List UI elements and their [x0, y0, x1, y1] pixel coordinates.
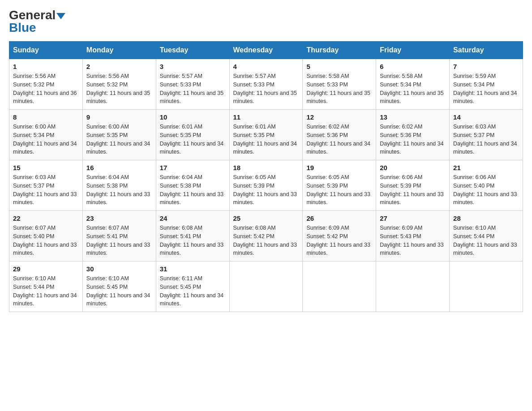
calendar-cell: [229, 261, 303, 312]
day-info: Sunrise: 6:06 AMSunset: 5:39 PMDaylight:…: [380, 174, 443, 206]
calendar-week-2: 8Sunrise: 6:00 AMSunset: 5:34 PMDaylight…: [9, 110, 523, 160]
day-number: 14: [453, 113, 519, 121]
day-info: Sunrise: 6:06 AMSunset: 5:40 PMDaylight:…: [453, 174, 517, 206]
calendar-cell: 13Sunrise: 6:02 AMSunset: 5:36 PMDayligh…: [376, 110, 450, 160]
calendar-cell: [450, 261, 523, 312]
header-saturday: Saturday: [450, 42, 523, 59]
header-sunday: Sunday: [9, 42, 83, 59]
day-number: 16: [86, 164, 152, 171]
day-info: Sunrise: 6:04 AMSunset: 5:38 PMDaylight:…: [86, 174, 150, 206]
day-number: 17: [160, 164, 226, 171]
calendar-cell: 22Sunrise: 6:07 AMSunset: 5:40 PMDayligh…: [9, 211, 83, 261]
day-number: 2: [86, 63, 152, 70]
calendar-cell: 4Sunrise: 5:57 AMSunset: 5:33 PMDaylight…: [229, 59, 303, 110]
day-number: 24: [160, 214, 226, 222]
day-number: 9: [86, 113, 152, 121]
calendar-cell: 5Sunrise: 5:58 AMSunset: 5:33 PMDaylight…: [303, 59, 376, 110]
calendar-cell: 10Sunrise: 6:01 AMSunset: 5:35 PMDayligh…: [156, 110, 229, 160]
day-info: Sunrise: 6:00 AMSunset: 5:34 PMDaylight:…: [13, 124, 77, 155]
calendar-cell: 28Sunrise: 6:10 AMSunset: 5:44 PMDayligh…: [450, 211, 523, 261]
calendar-cell: [376, 261, 450, 312]
logo-triangle-icon: [56, 13, 65, 19]
calendar-cell: 19Sunrise: 6:05 AMSunset: 5:39 PMDayligh…: [303, 160, 376, 211]
day-number: 19: [306, 164, 372, 171]
calendar-cell: 21Sunrise: 6:06 AMSunset: 5:40 PMDayligh…: [450, 160, 523, 211]
calendar-cell: 8Sunrise: 6:00 AMSunset: 5:34 PMDaylight…: [9, 110, 83, 160]
day-number: 26: [306, 214, 372, 222]
day-number: 5: [306, 63, 372, 70]
calendar-cell: 1Sunrise: 5:56 AMSunset: 5:32 PMDaylight…: [9, 59, 83, 110]
day-number: 6: [380, 63, 446, 70]
day-info: Sunrise: 5:58 AMSunset: 5:33 PMDaylight:…: [306, 73, 370, 104]
page-header: General Blue: [9, 9, 523, 34]
calendar-cell: 29Sunrise: 6:10 AMSunset: 5:44 PMDayligh…: [9, 261, 83, 312]
calendar-cell: 30Sunrise: 6:10 AMSunset: 5:45 PMDayligh…: [82, 261, 156, 312]
calendar-cell: 20Sunrise: 6:06 AMSunset: 5:39 PMDayligh…: [376, 160, 450, 211]
day-number: 3: [160, 63, 226, 70]
header-friday: Friday: [376, 42, 450, 59]
day-info: Sunrise: 6:03 AMSunset: 5:37 PMDaylight:…: [453, 124, 517, 155]
day-info: Sunrise: 6:10 AMSunset: 5:45 PMDaylight:…: [86, 275, 150, 307]
header-tuesday: Tuesday: [156, 42, 229, 59]
day-info: Sunrise: 6:00 AMSunset: 5:35 PMDaylight:…: [86, 124, 150, 155]
day-number: 1: [13, 63, 79, 70]
calendar-cell: 15Sunrise: 6:03 AMSunset: 5:37 PMDayligh…: [9, 160, 83, 211]
calendar-cell: 24Sunrise: 6:08 AMSunset: 5:41 PMDayligh…: [156, 211, 229, 261]
day-number: 21: [453, 164, 519, 171]
header-wednesday: Wednesday: [229, 42, 303, 59]
day-info: Sunrise: 5:59 AMSunset: 5:34 PMDaylight:…: [453, 73, 517, 104]
header-monday: Monday: [82, 42, 156, 59]
day-number: 13: [380, 113, 446, 121]
calendar-header-row: SundayMondayTuesdayWednesdayThursdayFrid…: [9, 42, 523, 59]
day-number: 15: [13, 164, 79, 171]
day-info: Sunrise: 5:56 AMSunset: 5:32 PMDaylight:…: [13, 73, 77, 104]
day-number: 12: [306, 113, 372, 121]
day-info: Sunrise: 6:08 AMSunset: 5:42 PMDaylight:…: [233, 225, 297, 256]
calendar-cell: 14Sunrise: 6:03 AMSunset: 5:37 PMDayligh…: [450, 110, 523, 160]
calendar-cell: 11Sunrise: 6:01 AMSunset: 5:35 PMDayligh…: [229, 110, 303, 160]
calendar-cell: 31Sunrise: 6:11 AMSunset: 5:45 PMDayligh…: [156, 261, 229, 312]
day-number: 27: [380, 214, 446, 222]
calendar-cell: 23Sunrise: 6:07 AMSunset: 5:41 PMDayligh…: [82, 211, 156, 261]
logo: General Blue: [9, 9, 65, 34]
calendar-cell: 6Sunrise: 5:58 AMSunset: 5:34 PMDaylight…: [376, 59, 450, 110]
day-info: Sunrise: 6:07 AMSunset: 5:40 PMDaylight:…: [13, 225, 77, 256]
day-number: 8: [13, 113, 79, 121]
calendar-cell: 27Sunrise: 6:09 AMSunset: 5:43 PMDayligh…: [376, 211, 450, 261]
day-number: 7: [453, 63, 519, 70]
logo-blue: Blue: [9, 21, 36, 34]
calendar-cell: 12Sunrise: 6:02 AMSunset: 5:36 PMDayligh…: [303, 110, 376, 160]
day-number: 23: [86, 214, 152, 222]
day-info: Sunrise: 6:04 AMSunset: 5:38 PMDaylight:…: [160, 174, 223, 206]
day-info: Sunrise: 5:57 AMSunset: 5:33 PMDaylight:…: [233, 73, 297, 104]
day-number: 4: [233, 63, 299, 70]
day-info: Sunrise: 6:01 AMSunset: 5:35 PMDaylight:…: [233, 124, 297, 155]
day-info: Sunrise: 6:09 AMSunset: 5:43 PMDaylight:…: [380, 225, 443, 256]
day-info: Sunrise: 6:02 AMSunset: 5:36 PMDaylight:…: [306, 124, 370, 155]
calendar-week-1: 1Sunrise: 5:56 AMSunset: 5:32 PMDaylight…: [9, 59, 523, 110]
calendar-cell: 25Sunrise: 6:08 AMSunset: 5:42 PMDayligh…: [229, 211, 303, 261]
day-number: 11: [233, 113, 299, 121]
day-info: Sunrise: 5:58 AMSunset: 5:34 PMDaylight:…: [380, 73, 443, 104]
day-number: 18: [233, 164, 299, 171]
day-info: Sunrise: 6:10 AMSunset: 5:44 PMDaylight:…: [13, 275, 77, 307]
day-info: Sunrise: 6:03 AMSunset: 5:37 PMDaylight:…: [13, 174, 77, 206]
day-info: Sunrise: 5:56 AMSunset: 5:32 PMDaylight:…: [86, 73, 150, 104]
day-info: Sunrise: 6:10 AMSunset: 5:44 PMDaylight:…: [453, 225, 517, 256]
calendar-cell: 9Sunrise: 6:00 AMSunset: 5:35 PMDaylight…: [82, 110, 156, 160]
day-info: Sunrise: 6:09 AMSunset: 5:42 PMDaylight:…: [306, 225, 370, 256]
calendar-cell: [303, 261, 376, 312]
calendar-table: SundayMondayTuesdayWednesdayThursdayFrid…: [9, 41, 523, 312]
calendar-cell: 2Sunrise: 5:56 AMSunset: 5:32 PMDaylight…: [82, 59, 156, 110]
day-number: 20: [380, 164, 446, 171]
calendar-cell: 26Sunrise: 6:09 AMSunset: 5:42 PMDayligh…: [303, 211, 376, 261]
day-info: Sunrise: 6:02 AMSunset: 5:36 PMDaylight:…: [380, 124, 443, 155]
day-info: Sunrise: 6:01 AMSunset: 5:35 PMDaylight:…: [160, 124, 223, 155]
calendar-cell: 7Sunrise: 5:59 AMSunset: 5:34 PMDaylight…: [450, 59, 523, 110]
day-number: 22: [13, 214, 79, 222]
day-number: 10: [160, 113, 226, 121]
header-thursday: Thursday: [303, 42, 376, 59]
day-info: Sunrise: 6:07 AMSunset: 5:41 PMDaylight:…: [86, 225, 150, 256]
day-number: 28: [453, 214, 519, 222]
day-info: Sunrise: 6:05 AMSunset: 5:39 PMDaylight:…: [306, 174, 370, 206]
